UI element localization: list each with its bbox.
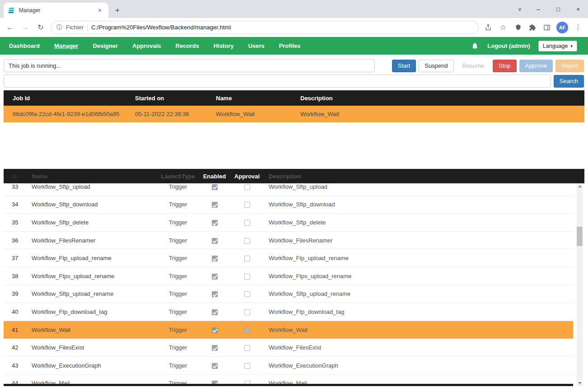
workflow-description: Workflow_Ftp_download_tag	[263, 308, 573, 315]
nav-item-designer[interactable]: Designer	[85, 37, 125, 55]
workflow-row[interactable]: 42Workflow_FilesExistTriggerWorkflow_Fil…	[4, 339, 573, 357]
logout-link[interactable]: Logout (admin)	[487, 42, 530, 49]
workflow-description: Workflow_Sftp_upload_rename	[263, 290, 573, 297]
nav-item-approvals[interactable]: Approvals	[125, 37, 168, 55]
workflow-enabled-cell	[198, 219, 231, 226]
tab-close-icon[interactable]: ×	[96, 6, 104, 14]
share-icon[interactable]	[483, 23, 493, 33]
workflow-enabled-checkbox	[212, 274, 218, 280]
reload-icon[interactable]: ↻	[35, 23, 46, 32]
vertical-scrollbar[interactable]	[577, 183, 583, 386]
workflow-approval-checkbox	[244, 202, 250, 208]
workflow-name: Workflow_Sftp_upload	[32, 183, 158, 190]
language-dropdown[interactable]: Language ▾	[538, 41, 577, 51]
workflow-launchtype: Trigger	[158, 308, 198, 315]
workflow-approval-cell	[231, 273, 263, 280]
workflow-id: 40	[12, 308, 32, 315]
scrollbar-thumb[interactable]	[577, 227, 583, 246]
jobs-header-description: Description	[294, 95, 584, 102]
controls-area: Start Suspend Resume Stop Approve Reject…	[0, 55, 588, 88]
scroll-up-icon[interactable]	[577, 183, 583, 189]
workflow-name: Workflow_Sftp_delete	[32, 219, 158, 226]
profile-avatar[interactable]: AF	[556, 22, 568, 33]
job-row[interactable]: 66dc09fa-22cd-4fe1-9239-e1d06fb50a9505-1…	[4, 106, 584, 122]
workflow-name: Workflow_FilesExist	[32, 344, 158, 351]
workflow-enabled-checkbox	[212, 220, 218, 226]
workflow-row[interactable]: 34Workflow_Sftp_downloadTriggerWorkflow_…	[4, 196, 573, 214]
forward-icon: →	[20, 23, 31, 32]
workflow-id: 35	[12, 219, 32, 226]
workflow-enabled-checkbox	[212, 202, 218, 208]
extensions-puzzle-icon[interactable]	[527, 23, 537, 33]
new-tab-button[interactable]: +	[111, 4, 124, 17]
minimize-button[interactable]: –	[528, 0, 548, 18]
browser-menu-icon[interactable]: ⋮	[573, 23, 583, 32]
nav-item-records[interactable]: Records	[168, 37, 206, 55]
wexflow-logo-icon	[8, 7, 15, 14]
wf-header-id: Id	[12, 173, 32, 180]
workflow-description: Workflow_Ftps_upload_rename	[263, 273, 573, 280]
workflow-row[interactable]: 39Workflow_Sftp_upload_renameTriggerWork…	[4, 285, 573, 303]
back-icon[interactable]: ←	[5, 23, 15, 32]
workflow-row[interactable]: 33Workflow_Sftp_uploadTriggerWorkflow_Sf…	[4, 183, 573, 196]
workflow-approval-cell	[231, 362, 263, 369]
workflow-launchtype: Trigger	[158, 201, 198, 208]
workflow-approval-checkbox	[244, 274, 250, 280]
nav-item-history[interactable]: History	[206, 37, 241, 55]
browser-tab[interactable]: Manager ×	[4, 3, 108, 18]
workflow-enabled-cell	[198, 255, 231, 261]
workflow-row[interactable]: 38Workflow_Ftps_upload_renameTriggerWork…	[4, 267, 573, 285]
workflow-approval-checkbox	[244, 184, 250, 190]
workflow-description: Workflow_Ftp_upload_rename	[263, 255, 573, 261]
address-input[interactable]: ⓘ Fichier C:/Program%20Files/Wexflow/Bac…	[51, 21, 479, 34]
workflow-row[interactable]: 37Workflow_Ftp_upload_renameTriggerWorkf…	[4, 249, 573, 267]
scroll-down-icon[interactable]	[577, 380, 583, 386]
workflow-description: Workflow_Sftp_delete	[263, 219, 573, 226]
workflow-approval-checkbox	[244, 309, 250, 315]
workflow-approval-cell	[231, 255, 263, 261]
workflow-id: 41	[12, 326, 32, 333]
workflow-name: Workflow_FilesRenamer	[32, 237, 158, 244]
workflow-id: 33	[12, 183, 32, 190]
workflow-name: Workflow_Ftp_upload_rename	[32, 255, 158, 261]
search-input[interactable]	[4, 75, 551, 88]
workflow-enabled-checkbox	[212, 327, 218, 333]
workflow-row[interactable]: 41Workflow_WaitTriggerWorkflow_Wait	[4, 321, 573, 339]
nav-item-users[interactable]: Users	[241, 37, 271, 55]
approve-button: Approve	[519, 60, 553, 72]
workflow-approval-cell	[231, 290, 263, 297]
workflow-approval-checkbox	[244, 345, 250, 351]
workflow-enabled-checkbox	[212, 309, 218, 315]
start-button[interactable]: Start	[392, 60, 416, 72]
shield-extension-icon[interactable]	[513, 23, 523, 33]
page-info-icon[interactable]: ⓘ	[56, 23, 62, 32]
workflow-launchtype: Trigger	[158, 326, 198, 333]
suspend-button[interactable]: Suspend	[419, 60, 453, 72]
workflow-enabled-checkbox	[212, 184, 218, 190]
stop-button[interactable]: Stop	[493, 60, 517, 72]
window-controls: ∨ – □ ×	[511, 0, 588, 18]
notifications-bell-icon[interactable]	[471, 42, 479, 50]
reject-button: Reject	[555, 60, 584, 72]
bookmark-star-icon[interactable]: ☆	[498, 23, 509, 32]
workflow-row[interactable]: 43Workflow_ExecutionGraphTriggerWorkflow…	[4, 357, 573, 375]
maximize-button[interactable]: □	[548, 0, 568, 18]
job-status-input[interactable]	[4, 59, 375, 72]
workflow-row[interactable]: 40Workflow_Ftp_download_tagTriggerWorkfl…	[4, 303, 573, 321]
workflow-approval-checkbox	[244, 363, 250, 369]
workflow-row[interactable]: 35Workflow_Sftp_deleteTriggerWorkflow_Sf…	[4, 214, 573, 232]
workflow-enabled-checkbox	[212, 291, 218, 297]
side-panel-icon[interactable]	[542, 23, 552, 33]
close-button[interactable]: ×	[568, 0, 588, 18]
wf-header-approval: Approval	[231, 173, 263, 180]
nav-item-profiles[interactable]: Profiles	[272, 37, 308, 55]
workflow-row[interactable]: 36Workflow_FilesRenamerTriggerWorkflow_F…	[4, 232, 573, 250]
workflow-approval-cell	[231, 219, 263, 226]
tab-title: Manager	[19, 7, 92, 14]
nav-item-dashboard[interactable]: Dashboard	[2, 37, 47, 55]
workflow-name: Workflow_Sftp_download	[32, 201, 158, 208]
nav-item-manager[interactable]: Manager	[47, 37, 85, 55]
search-button[interactable]: Search	[554, 75, 584, 88]
search-tabs-icon[interactable]: ∨	[511, 0, 528, 18]
workflow-approval-checkbox	[244, 327, 250, 333]
